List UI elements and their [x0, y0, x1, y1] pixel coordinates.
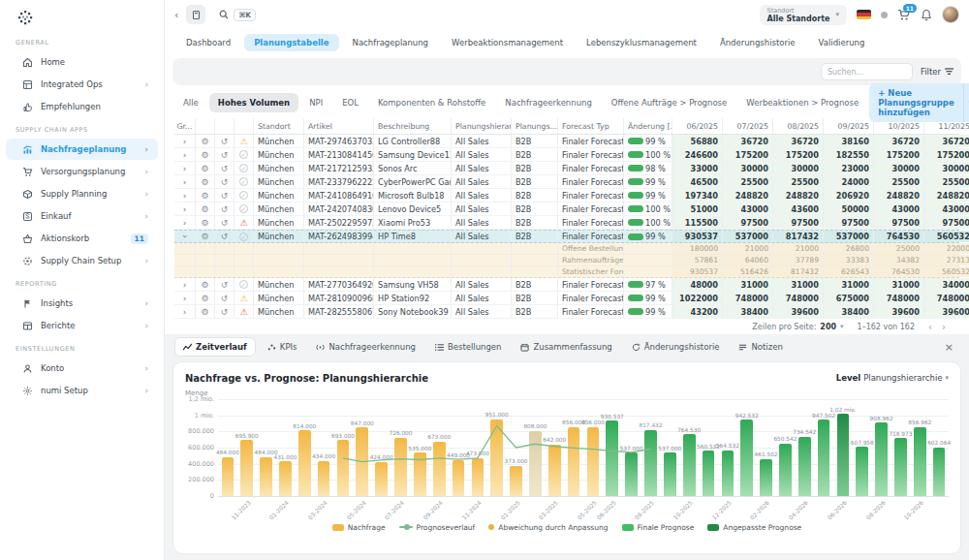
col-header-group[interactable]: Gr...: [174, 118, 196, 134]
cell-month-value[interactable]: 748000: [773, 292, 824, 304]
sidebar-item-aktionskorb[interactable]: Aktionskorb11: [6, 228, 158, 249]
cell-month-value[interactable]: 36720: [924, 135, 969, 147]
history-icon[interactable]: ↺: [221, 280, 229, 290]
gear-icon[interactable]: ⚙: [201, 150, 208, 160]
bar-demand-10-2024[interactable]: [453, 460, 465, 496]
bar-forecast-01-2026[interactable]: [740, 420, 753, 496]
bar-demand-01-2024[interactable]: [279, 461, 292, 496]
cell-month-value[interactable]: 43600: [773, 202, 824, 215]
bar-demand-02-2024[interactable]: [298, 430, 311, 496]
sidebar-item-konto[interactable]: Konto›: [6, 358, 158, 379]
history-icon[interactable]: ↺: [221, 307, 229, 317]
cell-month-value[interactable]: 23000: [824, 162, 874, 174]
sidebar-collapse-button[interactable]: ‹: [174, 9, 178, 21]
cell-month-value[interactable]: 175200: [723, 148, 773, 161]
cell-month-value[interactable]: 48000: [672, 278, 723, 291]
history-cell[interactable]: ↺: [215, 189, 234, 202]
history-icon[interactable]: ↺: [221, 204, 229, 214]
cell-month-value[interactable]: 56880: [672, 135, 723, 147]
col-header-month[interactable]: 08/2025: [773, 118, 824, 134]
bar-forecast-03-2026[interactable]: [779, 444, 792, 496]
bar-demand-03-2024[interactable]: [318, 461, 330, 496]
tab-validierung[interactable]: Validierung: [809, 34, 875, 51]
bar-demand-12-2023[interactable]: [260, 457, 272, 496]
bar-forecast-04-2026[interactable]: [798, 437, 811, 496]
cell-month-value[interactable]: 43000: [874, 202, 924, 215]
bar-demand-04-2025[interactable]: [568, 427, 580, 496]
cell-month-value[interactable]: 206920: [824, 189, 874, 202]
gear-icon[interactable]: ⚙: [201, 307, 208, 317]
level-selector[interactable]: Level Planungshierarchie ▾: [836, 373, 949, 383]
cell-month-value[interactable]: 39600: [773, 305, 824, 318]
cell-month-value[interactable]: 97500: [773, 216, 824, 229]
bar-forecast-08-2025[interactable]: [644, 430, 657, 496]
sidebar-item-berichte[interactable]: Berichte›: [6, 315, 158, 336]
gear-cell[interactable]: ⚙: [196, 135, 215, 147]
history-cell[interactable]: ↺: [215, 231, 234, 242]
expand-cell[interactable]: ›: [174, 305, 196, 318]
cell-month-value[interactable]: 36720: [773, 135, 824, 147]
panel-tab-nachfrageerkennung[interactable]: Nachfrageerkennung: [308, 338, 422, 356]
gear-icon[interactable]: ⚙: [201, 191, 208, 201]
table-row[interactable]: ›⚙↺✓MünchenMAT-233796222353CyberPowerPC …: [174, 175, 959, 189]
cell-month-value[interactable]: 31000: [773, 278, 824, 291]
expand-row-icon[interactable]: ›: [183, 137, 187, 146]
history-cell[interactable]: ↺: [215, 135, 234, 147]
history-icon[interactable]: ↺: [221, 164, 229, 173]
gear-icon[interactable]: ⚙: [201, 137, 208, 146]
expand-row-icon[interactable]: ›: [183, 164, 187, 173]
table-row[interactable]: ›⚙↺⚠MünchenMAT-281090096832HP Station92A…: [174, 292, 959, 305]
gear-cell[interactable]: ⚙: [196, 162, 215, 174]
expand-row-icon[interactable]: ›: [183, 150, 187, 160]
bar-forecast-06-2025[interactable]: [606, 420, 618, 496]
cell-month-value[interactable]: 25500: [924, 175, 969, 188]
table-row[interactable]: ›⚙↺⚠MünchenMAT-282555806714Sony Notebook…: [174, 305, 959, 319]
cell-month-value[interactable]: 248820: [773, 189, 824, 202]
bar-demand-08-2024[interactable]: [414, 452, 426, 496]
history-cell[interactable]: ↺: [215, 202, 234, 215]
sidebar-item-nachfrageplanung[interactable]: Nachfrageplanung›: [6, 139, 158, 160]
sidebar-item-empfehlungen[interactable]: Empfehlungen: [6, 96, 158, 117]
gear-cell[interactable]: ⚙: [196, 292, 215, 304]
cell-month-value[interactable]: 537000: [723, 231, 773, 242]
bar-forecast-02-2026[interactable]: [760, 459, 772, 496]
cell-month-value[interactable]: 175200: [924, 148, 969, 161]
cell-month-value[interactable]: 97500: [824, 216, 874, 229]
expand-row-icon[interactable]: ›: [183, 294, 187, 303]
cell-month-value[interactable]: 537000: [824, 231, 874, 242]
cell-month-value[interactable]: 248820: [874, 189, 924, 202]
cell-month-value[interactable]: 246600: [672, 148, 723, 161]
cell-month-value[interactable]: 97500: [874, 216, 924, 229]
docs-button[interactable]: [186, 5, 205, 24]
expand-cell[interactable]: ›: [174, 148, 196, 161]
cell-month-value[interactable]: 31000: [874, 278, 924, 291]
table-row[interactable]: ›⚙↺⚠MünchenMAT-250229597325Xiaomi Pro53A…: [174, 216, 959, 230]
panel-tab-zusammenfassung[interactable]: Zusammenfassung: [513, 338, 619, 356]
segment-komponenten[interactable]: Komponenten & Rohstoffe: [369, 93, 494, 112]
cell-month-value[interactable]: 175200: [874, 148, 924, 161]
expand-row-icon[interactable]: ›: [183, 218, 187, 228]
panel-tab-notizen[interactable]: Notizen: [731, 338, 790, 356]
sidebar-item-versorgungsplanung[interactable]: Versorgungsplanung›: [6, 161, 158, 182]
bar-forecast-11-2026[interactable]: [933, 448, 946, 496]
expand-row-icon[interactable]: ›: [183, 280, 187, 290]
cell-month-value[interactable]: 817432: [773, 231, 824, 242]
history-cell[interactable]: ↺: [215, 148, 234, 161]
segment-eol[interactable]: EOL: [333, 93, 367, 112]
cell-month-value[interactable]: 25500: [773, 175, 824, 188]
bar-demand-06-2024[interactable]: [375, 462, 388, 496]
bar-forecast-12-2025[interactable]: [722, 451, 735, 496]
col-header-aenderung[interactable]: Änderung [...: [624, 118, 672, 134]
bar-demand-12-2024[interactable]: [490, 420, 503, 496]
table-row[interactable]: ›⚙↺✓MünchenMAT-26249839949HP Time8All Sa…: [174, 230, 959, 243]
col-header-month[interactable]: 06/2025: [672, 118, 723, 134]
cell-month-value[interactable]: 36720: [723, 135, 773, 147]
segment-npi[interactable]: NPI: [300, 93, 331, 112]
bar-forecast-11-2025[interactable]: [703, 451, 715, 496]
prev-page-button[interactable]: ‹: [928, 322, 932, 332]
cell-month-value[interactable]: 24000: [824, 175, 874, 188]
col-header-forecast-typ[interactable]: Forecast Typ: [558, 118, 624, 134]
gear-icon[interactable]: ⚙: [201, 164, 208, 173]
tab-werbeaktionsmanagement[interactable]: Werbeaktionsmanagement: [442, 34, 573, 51]
history-icon[interactable]: ↺: [221, 137, 229, 146]
